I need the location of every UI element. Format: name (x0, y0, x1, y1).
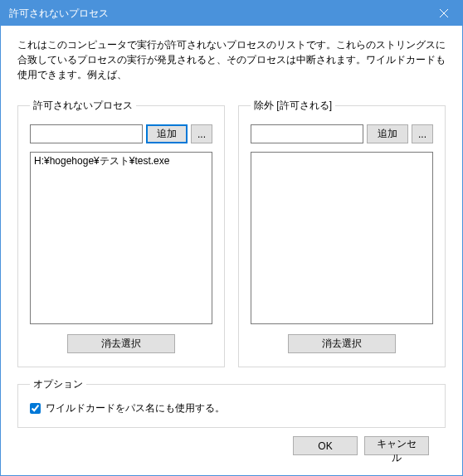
exclude-listbox[interactable] (251, 152, 433, 324)
disallowed-input[interactable] (30, 124, 143, 143)
exclude-input-row: 追加 ... (251, 124, 433, 143)
exclude-legend: 除外 [許可される] (251, 99, 335, 113)
list-item[interactable]: H:¥hogehoge¥テスト¥test.exe (34, 154, 208, 168)
wildcard-checkbox[interactable] (30, 403, 41, 414)
exclude-input[interactable] (251, 124, 363, 143)
disallowed-listbox[interactable]: H:¥hogehoge¥テスト¥test.exe (30, 152, 212, 324)
options-legend: オプション (30, 377, 86, 391)
exclude-browse-button[interactable]: ... (412, 124, 433, 143)
wildcard-checkbox-row[interactable]: ワイルドカードをパス名にも使用する。 (30, 401, 433, 415)
disallowed-add-button[interactable]: 追加 (146, 124, 188, 143)
exclude-clear-button[interactable]: 消去選択 (288, 334, 396, 353)
dialog-content: これはこのコンピュータで実行が許可されないプロセスのリストです。これらのストリン… (1, 26, 462, 475)
wildcard-label: ワイルドカードをパス名にも使用する。 (46, 401, 225, 415)
window-title: 許可されないプロセス (9, 7, 425, 21)
disallowed-group: 許可されないプロセス 追加 ... H:¥hogehoge¥テスト¥test.e… (17, 99, 225, 367)
columns: 許可されないプロセス 追加 ... H:¥hogehoge¥テスト¥test.e… (17, 99, 446, 367)
disallowed-browse-button[interactable]: ... (191, 124, 212, 143)
exclude-add-button[interactable]: 追加 (367, 124, 408, 143)
disallowed-clear-button[interactable]: 消去選択 (67, 334, 175, 353)
ok-button[interactable]: OK (293, 436, 358, 455)
dialog-window: 許可されないプロセス これはこのコンピュータで実行が許可されないプロセスのリスト… (0, 0, 463, 476)
close-button[interactable] (425, 1, 462, 26)
disallowed-input-row: 追加 ... (30, 124, 212, 143)
disallowed-legend: 許可されないプロセス (30, 99, 136, 113)
options-group: オプション ワイルドカードをパス名にも使用する。 (17, 377, 446, 428)
titlebar[interactable]: 許可されないプロセス (1, 1, 462, 26)
dialog-footer: OK キャンセル (17, 428, 446, 455)
exclude-group: 除外 [許可される] 追加 ... 消去選択 (238, 99, 446, 367)
close-icon (440, 9, 448, 17)
cancel-button[interactable]: キャンセル (364, 436, 429, 455)
description-text: これはこのコンピュータで実行が許可されないプロセスのリストです。これらのストリン… (17, 37, 446, 82)
